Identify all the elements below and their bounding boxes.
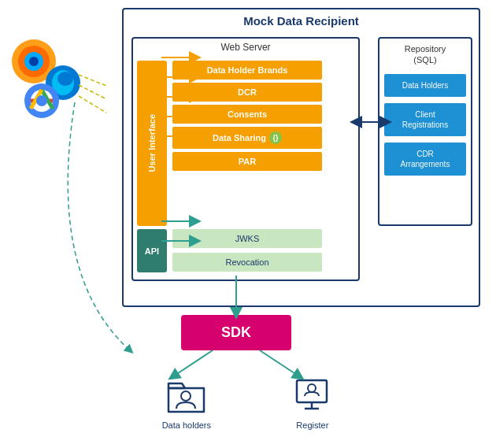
api-bar-label: API xyxy=(145,246,159,256)
main-title: Mock Data Recipient xyxy=(124,9,479,31)
menu-item-dcr: DCR xyxy=(172,83,322,102)
webserver-box: Web Server User Interface API Data Holde… xyxy=(131,37,360,281)
register-svg xyxy=(291,374,334,417)
svg-line-28 xyxy=(260,350,299,376)
sdk-box: SDK xyxy=(181,315,291,350)
browser-icons xyxy=(4,31,106,126)
repo-title: Repository(SQL) xyxy=(379,39,471,68)
svg-line-11 xyxy=(79,85,106,110)
repository-box: Repository(SQL) Data Holders ClientRegis… xyxy=(378,37,472,226)
svg-point-9 xyxy=(36,95,47,106)
repo-item-data-holders: Data Holders xyxy=(384,74,466,97)
diagram-container: Mock Data Recipient Web Server User Inte… xyxy=(0,0,496,448)
svg-point-6 xyxy=(57,72,73,86)
repo-items: Data Holders ClientRegistrations CDRArra… xyxy=(379,68,471,182)
register-label: Register xyxy=(296,420,328,430)
svg-point-3 xyxy=(29,57,39,66)
main-outer-box: Mock Data Recipient Web Server User Inte… xyxy=(122,8,480,307)
menu-items: Data Holder Brands DCR Consents Data Sha… xyxy=(172,61,322,171)
data-holders-svg xyxy=(165,374,208,417)
bottom-icons: Data holders Register xyxy=(122,374,374,430)
svg-point-15 xyxy=(308,384,316,392)
webserver-title: Web Server xyxy=(133,39,358,56)
green-item-jwks: JWKS xyxy=(172,229,322,248)
menu-item-data-holder-brands: Data Holder Brands xyxy=(172,61,322,80)
swagger-icon: {} xyxy=(269,131,282,144)
api-bar: API xyxy=(137,229,167,272)
data-holders-label: Data holders xyxy=(162,420,211,430)
menu-item-par: PAR xyxy=(172,152,322,171)
sdk-label: SDK xyxy=(221,324,251,341)
svg-point-13 xyxy=(181,391,191,401)
register-icon-item: Register xyxy=(291,374,334,430)
ui-bar: User Interface xyxy=(137,61,167,226)
ui-bar-label: User Interface xyxy=(147,114,157,172)
repo-item-client-registrations: ClientRegistrations xyxy=(384,103,466,136)
svg-line-27 xyxy=(173,350,213,376)
data-holders-icon-item: Data holders xyxy=(162,374,211,430)
menu-item-data-sharing: Data Sharing {} xyxy=(172,127,322,149)
menu-item-consents: Consents xyxy=(172,105,322,124)
repo-item-cdr-arrangements: CDRArrangements xyxy=(384,143,466,176)
green-item-revocation: Revocation xyxy=(172,253,322,272)
svg-line-12 xyxy=(79,96,106,126)
green-items: JWKS Revocation xyxy=(172,229,322,272)
